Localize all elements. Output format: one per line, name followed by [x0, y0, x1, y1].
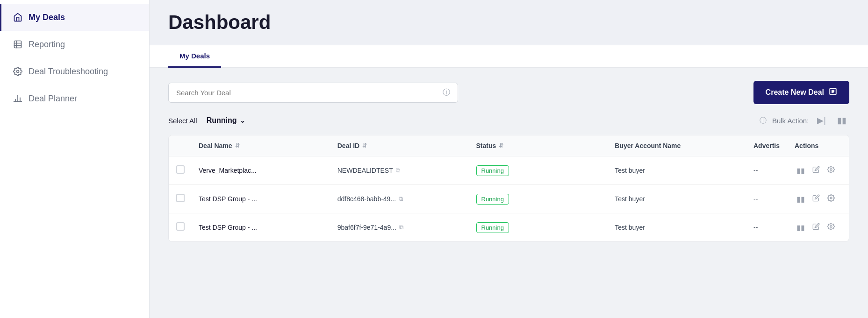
page-title: Dashboard [168, 11, 849, 34]
tab-my-deals[interactable]: My Deals [168, 45, 221, 68]
sidebar-item-deal-troubleshooting[interactable]: Deal Troubleshooting [0, 58, 149, 85]
chevron-down-icon: ⌄ [240, 117, 245, 124]
status-badge: Running [476, 194, 509, 205]
table-row: Test DSP Group - ... 9baf6f7f-9e71-4a9..… [169, 213, 849, 241]
deal-id-cell: ddf8c468-babb-49... ⧉ [337, 195, 473, 203]
advertiser-cell: -- [753, 195, 791, 203]
bulk-info-icon[interactable]: ⓘ [760, 116, 767, 125]
sidebar-item-reporting[interactable]: Reporting [0, 31, 149, 58]
header-area: Dashboard [150, 0, 868, 45]
main-content: Dashboard My Deals ⓘ Create New Deal [150, 0, 868, 318]
deal-name-cell: Test DSP Group - ... [199, 195, 334, 203]
create-new-deal-label: Create New Deal [766, 88, 824, 97]
col-checkbox-header [176, 142, 195, 149]
create-new-deal-button[interactable]: Create New Deal [753, 81, 849, 104]
reporting-icon [13, 39, 23, 49]
sidebar-item-label: Reporting [29, 40, 65, 49]
chart-icon [13, 93, 23, 104]
deals-table: Deal Name ⇵ Deal ID ⇵ Status ⇵ Buyer Acc… [168, 135, 849, 242]
edit-action-button[interactable] [811, 165, 822, 176]
svg-point-4 [17, 71, 19, 73]
advertiser-cell: -- [753, 167, 791, 174]
deal-id-cell: 9baf6f7f-9e71-4a9... ⧉ [337, 224, 473, 231]
actions-cell: ▮▮ [795, 193, 841, 205]
content-area: ⓘ Create New Deal Select All Running ⌄ [150, 68, 868, 318]
table-row: Verve_Marketplac... NEWDEALIDTEST ⧉ Runn… [169, 156, 849, 185]
col-advertiser: Advertis [753, 142, 791, 149]
actions-cell: ▮▮ [795, 222, 841, 233]
svg-point-13 [830, 169, 832, 170]
deal-name-cell: Test DSP Group - ... [199, 224, 334, 231]
select-all-button[interactable]: Select All [168, 117, 197, 125]
search-box: ⓘ [168, 83, 458, 103]
buyer-name-cell: Test buyer [615, 167, 750, 174]
filter-bar: Select All Running ⌄ ⓘ Bulk Action: ▶| ▮… [168, 113, 849, 127]
sidebar-item-label: My Deals [29, 13, 65, 22]
svg-point-15 [830, 226, 832, 227]
buyer-name-cell: Test buyer [615, 224, 750, 231]
filter-right: ⓘ Bulk Action: ▶| ▮▮ [760, 113, 849, 127]
bulk-action-label: Bulk Action: [772, 117, 809, 125]
sidebar-item-my-deals[interactable]: My Deals [0, 4, 149, 31]
sort-icon-status[interactable]: ⇵ [499, 142, 503, 149]
edit-action-button[interactable] [811, 222, 822, 233]
sidebar-item-deal-planner[interactable]: Deal Planner [0, 85, 149, 112]
copy-icon[interactable]: ⧉ [396, 167, 400, 174]
status-badge: Running [476, 165, 509, 176]
gear-icon [13, 66, 23, 77]
pause-action-button[interactable]: ▮▮ [795, 165, 807, 176]
col-buyer-account: Buyer Account Name [615, 142, 750, 149]
sidebar-item-label: Deal Troubleshooting [29, 67, 108, 77]
deal-name-cell: Verve_Marketplac... [199, 167, 334, 174]
table-header: Deal Name ⇵ Deal ID ⇵ Status ⇵ Buyer Acc… [169, 135, 849, 156]
edit-action-button[interactable] [811, 193, 822, 205]
col-status: Status ⇵ [476, 142, 611, 149]
top-bar: ⓘ Create New Deal [168, 81, 849, 104]
pause-action-button[interactable]: ▮▮ [795, 194, 807, 205]
sidebar: My Deals Reporting Deal Troubleshooting … [0, 0, 150, 318]
tabs-bar: My Deals [150, 45, 868, 68]
table-row: Test DSP Group - ... ddf8c468-babb-49...… [169, 185, 849, 213]
status-filter-label: Running [207, 116, 237, 125]
search-input[interactable] [176, 89, 439, 97]
bulk-pause-button[interactable]: ▮▮ [834, 113, 849, 127]
buyer-name-cell: Test buyer [615, 195, 750, 203]
status-filter-button[interactable]: Running ⌄ [207, 116, 245, 125]
info-icon[interactable]: ⓘ [443, 88, 450, 98]
deal-id-cell: NEWDEALIDTEST ⧉ [337, 167, 473, 174]
col-actions: Actions [795, 142, 841, 149]
svg-point-14 [830, 197, 832, 199]
col-deal-name: Deal Name ⇵ [199, 142, 334, 149]
sort-icon-deal-id[interactable]: ⇵ [362, 142, 367, 149]
filter-left: Select All Running ⌄ [168, 116, 245, 125]
create-deal-icon [829, 87, 837, 98]
col-deal-id: Deal ID ⇵ [337, 142, 473, 149]
row-checkbox-2[interactable] [176, 194, 185, 202]
row-checkbox-1[interactable] [176, 165, 185, 174]
bulk-skip-forward-button[interactable]: ▶| [814, 113, 829, 127]
settings-action-button[interactable] [825, 222, 837, 233]
row-checkbox-3[interactable] [176, 222, 185, 231]
sort-icon-deal-name[interactable]: ⇵ [235, 142, 240, 149]
settings-action-button[interactable] [825, 193, 837, 205]
actions-cell: ▮▮ [795, 165, 841, 176]
copy-icon[interactable]: ⧉ [399, 224, 403, 231]
pause-action-button[interactable]: ▮▮ [795, 222, 807, 233]
copy-icon[interactable]: ⧉ [399, 195, 403, 203]
svg-rect-0 [14, 41, 22, 48]
settings-action-button[interactable] [825, 165, 837, 176]
advertiser-cell: -- [753, 224, 791, 231]
sidebar-item-label: Deal Planner [29, 94, 77, 104]
home-icon [13, 12, 23, 22]
status-badge: Running [476, 222, 509, 233]
